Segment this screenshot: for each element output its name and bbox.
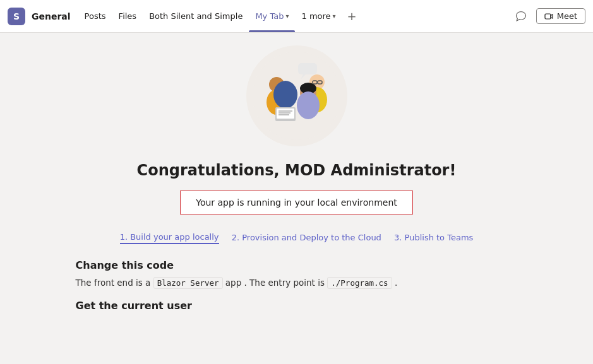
step-divider-1 (224, 233, 227, 243)
meet-button[interactable]: Meet (536, 8, 585, 24)
text-part-2: app . The entry point is (225, 278, 327, 288)
svg-rect-2 (298, 63, 317, 74)
step-2-label: 2. Provision and Deploy to the Cloud (232, 233, 381, 244)
nav-item-files[interactable]: Files (112, 0, 143, 32)
step-1-label: 1. Build your app locally (120, 232, 219, 244)
nav-items: Posts Files Both Silent and Simple My Ta… (78, 0, 362, 32)
svg-rect-0 (545, 14, 551, 19)
my-tab-arrow: ▾ (285, 13, 289, 20)
topbar: S General Posts Files Both Silent and Si… (0, 0, 593, 33)
status-box: Your app is running in your local enviro… (180, 191, 413, 214)
congrats-title: Congratulations, MOD Administrator! (137, 161, 457, 179)
code-tag-program: ./Program.cs (327, 277, 392, 289)
app-icon: S (8, 8, 25, 25)
section-text-change-code: The front end is a Blazor Server app . T… (76, 276, 518, 290)
nav-item-more[interactable]: 1 more ▾ (295, 0, 342, 32)
step-2[interactable]: 2. Provision and Deploy to the Cloud (232, 233, 381, 244)
nav-item-my-tab[interactable]: My Tab ▾ (249, 0, 295, 32)
text-part-3: . (395, 278, 397, 288)
status-text: Your app is running in your local enviro… (196, 197, 397, 208)
code-tag-blazor: Blazor Server (153, 277, 223, 289)
channel-name: General (32, 11, 71, 21)
step-3[interactable]: 3. Publish to Teams (394, 233, 473, 244)
chat-icon-button[interactable] (511, 6, 531, 26)
meet-label: Meet (557, 11, 577, 21)
content-body: Change this code The front end is a Blaz… (76, 259, 518, 317)
add-tab-button[interactable]: + (342, 0, 362, 32)
main-content: Congratulations, MOD Administrator! Your… (0, 33, 593, 364)
steps-row: 1. Build your app locally 2. Provision a… (120, 232, 474, 244)
svg-point-21 (297, 91, 320, 119)
nav-item-both-silent[interactable]: Both Silent and Simple (143, 0, 249, 32)
svg-rect-15 (277, 109, 294, 119)
step-3-label: 3. Publish to Teams (394, 233, 473, 244)
step-1[interactable]: 1. Build your app locally (120, 232, 219, 244)
more-arrow: ▾ (333, 13, 336, 20)
nav-item-posts[interactable]: Posts (78, 0, 112, 32)
hero-illustration (246, 45, 347, 146)
topbar-right: Meet (511, 6, 585, 26)
text-part-1: The front end is a (76, 278, 153, 288)
section-title-change-code: Change this code (76, 259, 518, 271)
svg-point-13 (273, 81, 297, 109)
step-divider-2 (386, 233, 389, 243)
section-title-current-user: Get the current user (76, 300, 518, 312)
